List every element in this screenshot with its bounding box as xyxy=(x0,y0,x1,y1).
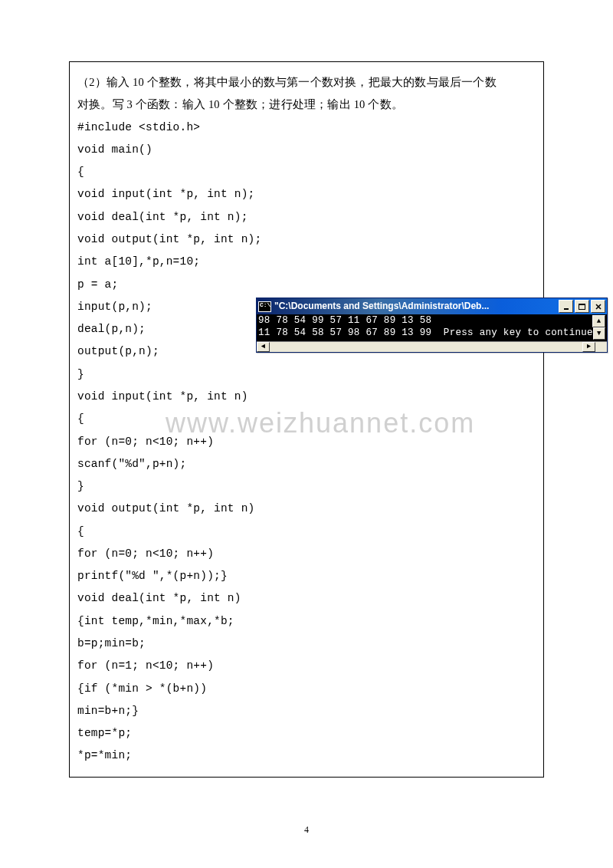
code-line: { xyxy=(77,408,536,430)
svg-rect-0 xyxy=(564,308,569,310)
maximize-button[interactable] xyxy=(575,300,589,313)
chevron-up-icon: ▲ xyxy=(597,316,602,327)
code-line: { xyxy=(77,521,536,543)
console-output-line: 98 78 54 99 57 11 67 89 13 58 xyxy=(258,315,592,327)
svg-rect-2 xyxy=(579,304,585,305)
console-output-line: 11 78 54 58 57 98 67 89 13 99 Press any … xyxy=(258,327,593,340)
code-line: int a[10],*p,n=10; xyxy=(77,251,536,273)
code-line: {int temp,*min,*max,*b; xyxy=(77,610,536,633)
scroll-left-button[interactable]: ◄ xyxy=(257,342,270,352)
code-line: for (n=1; n<10; n++) xyxy=(77,655,536,677)
code-line: scanf("%d",p+n); xyxy=(77,453,536,475)
code-line: } xyxy=(77,475,536,498)
code-line: {if (*min > *(b+n)) xyxy=(77,678,536,700)
code-line: temp=*p; xyxy=(77,722,536,745)
horizontal-scrollbar[interactable]: ◄ ► xyxy=(257,341,607,352)
code-line: min=b+n;} xyxy=(77,700,536,722)
problem-text-1: （2）输入 10 个整数，将其中最小的数与第一个数对换，把最大的数与最后一个数 xyxy=(77,71,536,94)
code-line: b=p;min=b; xyxy=(77,633,536,655)
console-window: C:\ "C:\Documents and Settings\Administr… xyxy=(256,298,608,353)
scroll-corner xyxy=(595,342,607,352)
code-line: for (n=0; n<10; n++) xyxy=(77,543,536,565)
code-line: #include <stdio.h> xyxy=(77,117,536,139)
minimize-button[interactable] xyxy=(559,300,573,313)
cmd-icon: C:\ xyxy=(258,301,271,312)
window-buttons xyxy=(557,300,605,313)
minimize-icon xyxy=(563,304,569,310)
maximize-icon xyxy=(579,304,585,310)
page-number: 4 xyxy=(0,824,613,836)
scroll-track[interactable] xyxy=(270,342,582,352)
chevron-left-icon: ◄ xyxy=(261,340,265,353)
code-line: void input(int *p, int n); xyxy=(77,183,536,205)
code-line: void output(int *p, int n); xyxy=(77,229,536,251)
page-container: www.weizhuannet.com （2）输入 10 个整数，将其中最小的数… xyxy=(0,0,613,778)
code-line: p = a; xyxy=(77,274,536,296)
content-box: www.weizhuannet.com （2）输入 10 个整数，将其中最小的数… xyxy=(69,61,544,778)
code-line: { xyxy=(77,161,536,183)
chevron-down-icon: ▼ xyxy=(597,328,602,340)
console-body: 98 78 54 99 57 11 67 89 13 58 ▲ 11 78 54… xyxy=(257,314,607,341)
code-line: void deal(int *p, int n); xyxy=(77,206,536,229)
code-line: *p=*min; xyxy=(77,745,536,767)
code-line: void input(int *p, int n) xyxy=(77,386,536,408)
code-line: printf("%d ",*(p+n));} xyxy=(77,565,536,587)
problem-text-2: 对换。写 3 个函数：输入 10 个整数；进行处理；输出 10 个数。 xyxy=(77,94,536,116)
code-line: void output(int *p, int n) xyxy=(77,498,536,520)
code-line: void main() xyxy=(77,139,536,161)
scroll-right-button[interactable]: ► xyxy=(582,342,595,352)
close-icon xyxy=(595,304,602,310)
console-titlebar[interactable]: C:\ "C:\Documents and Settings\Administr… xyxy=(257,298,607,314)
chevron-right-icon: ► xyxy=(587,340,591,353)
code-line: void deal(int *p, int n) xyxy=(77,587,536,610)
close-button[interactable] xyxy=(591,300,605,313)
console-title: "C:\Documents and Settings\Administrator… xyxy=(274,297,557,315)
code-line: } xyxy=(77,363,536,386)
code-line: for (n=0; n<10; n++) xyxy=(77,431,536,453)
scroll-up-button[interactable]: ▲ xyxy=(592,315,605,327)
scroll-down-button[interactable]: ▼ xyxy=(593,327,605,340)
